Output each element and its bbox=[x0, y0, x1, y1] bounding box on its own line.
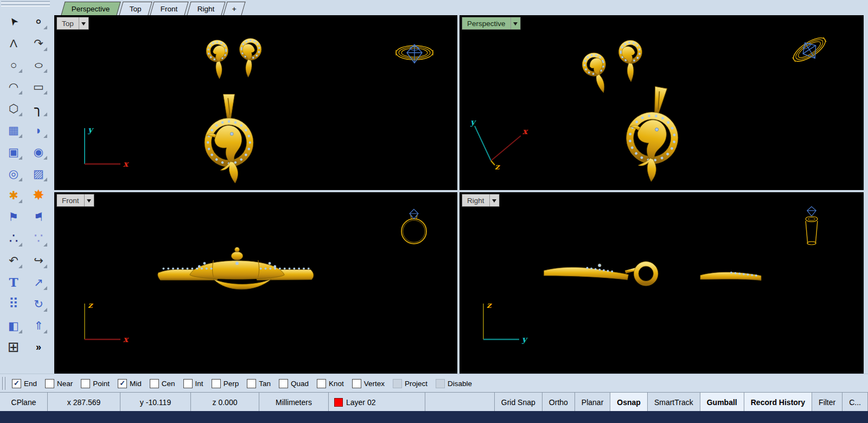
pendant-top-view[interactable] bbox=[193, 92, 265, 188]
ortho-toggle[interactable]: Ortho bbox=[542, 393, 575, 412]
ring-wireframe-top-view[interactable] bbox=[390, 38, 439, 70]
viewport-right[interactable]: Right z y bbox=[459, 192, 864, 374]
viewport-tabbar: Perspective Top Front Right + bbox=[54, 0, 246, 15]
blend-curve-icon[interactable]: ↪ bbox=[29, 251, 48, 269]
circle-icon[interactable]: ○ bbox=[4, 55, 23, 74]
viewport-menu-arrow-icon[interactable] bbox=[510, 17, 520, 29]
viewport-perspective[interactable]: Perspective y x z bbox=[459, 15, 864, 190]
viewport-front[interactable]: Front z x bbox=[54, 192, 457, 374]
osnap-grip[interactable] bbox=[2, 377, 5, 390]
cylinder-icon[interactable]: ◎ bbox=[4, 164, 23, 182]
jewelry-front-profile[interactable] bbox=[153, 242, 321, 298]
earring-left-top-view[interactable] bbox=[202, 37, 234, 84]
layer-button[interactable]: Layer 02 bbox=[329, 393, 425, 412]
units-button[interactable]: Millimeters bbox=[259, 393, 329, 412]
tab-right[interactable]: Right bbox=[187, 2, 225, 15]
solid-edit-icon[interactable]: ◧ bbox=[4, 316, 23, 334]
point-icon[interactable]: ∘ bbox=[29, 12, 48, 30]
axis-indicator-perspective: y x z bbox=[464, 114, 529, 171]
viewport-perspective-title[interactable]: Perspective bbox=[462, 17, 521, 30]
osnap-cen[interactable]: ✓Cen bbox=[150, 379, 175, 388]
toolbar-expand-button[interactable]: » bbox=[29, 338, 48, 356]
gumball-toggle[interactable]: Gumball bbox=[700, 393, 744, 412]
fillet-curve-icon[interactable]: ↶ bbox=[4, 251, 23, 269]
arc-icon[interactable]: ◠ bbox=[4, 77, 23, 96]
viewport-right-title[interactable]: Right bbox=[462, 194, 500, 207]
osnap-perp[interactable]: ✓Perp bbox=[212, 379, 239, 388]
planar-toggle[interactable]: Planar bbox=[575, 393, 610, 412]
points-light-icon[interactable]: ∵ bbox=[29, 229, 48, 248]
viewport-front-title[interactable]: Front bbox=[56, 194, 94, 207]
osnap-mid[interactable]: ✓Mid bbox=[118, 379, 142, 388]
tab-perspective[interactable]: Perspective bbox=[61, 2, 120, 15]
extrude-icon[interactable]: ⇑ bbox=[29, 316, 48, 334]
surface-grid-icon[interactable]: ▦ bbox=[4, 121, 23, 139]
viewport-top[interactable]: Top y x bbox=[54, 15, 457, 190]
earring-right-top-view[interactable] bbox=[233, 35, 266, 82]
check-icon: ✓ bbox=[151, 379, 157, 387]
clipped-pane[interactable]: C... bbox=[843, 393, 868, 412]
smarttrack-toggle[interactable]: SmartTrack bbox=[648, 393, 700, 412]
move-icon[interactable]: ↗ bbox=[29, 273, 48, 291]
trim-icon[interactable]: ⚑ bbox=[4, 207, 23, 226]
check-icon: ✓ bbox=[185, 379, 191, 387]
osnap-near[interactable]: ✓Near bbox=[45, 379, 73, 388]
check-icon: ✓ bbox=[248, 379, 254, 387]
tab-front[interactable]: Front bbox=[150, 2, 189, 15]
text-icon[interactable]: T bbox=[4, 273, 23, 291]
grid-toggle-icon[interactable]: ⊞ bbox=[4, 338, 23, 356]
viewport-menu-arrow-icon[interactable] bbox=[79, 17, 88, 29]
osnap-disable[interactable]: ✓Disable bbox=[436, 379, 472, 388]
osnap-end[interactable]: ✓End bbox=[12, 379, 37, 388]
rectangle-icon[interactable]: ▭ bbox=[29, 77, 48, 96]
ring-wireframe-front-view[interactable] bbox=[397, 206, 431, 248]
osnap-project[interactable]: ✓Project bbox=[393, 379, 427, 388]
osnap-quad[interactable]: ✓Quad bbox=[279, 379, 309, 388]
spheres-icon[interactable]: ◉ bbox=[29, 142, 48, 161]
viewport-menu-arrow-icon[interactable] bbox=[84, 194, 94, 206]
toolbar-grip[interactable] bbox=[0, 0, 54, 7]
polygon-icon[interactable]: ⬡ bbox=[4, 99, 23, 117]
explode-icon[interactable]: ✸ bbox=[29, 186, 48, 204]
ring-wireframe-right-view[interactable] bbox=[800, 204, 823, 248]
axis-indicator-right: z y bbox=[476, 298, 530, 350]
curved-surface-icon[interactable]: ◗ bbox=[29, 121, 48, 139]
osnap-toggle[interactable]: Osnap bbox=[610, 393, 648, 412]
check-icon: ✓ bbox=[437, 379, 443, 387]
tab-add-button[interactable]: + bbox=[224, 2, 246, 15]
array-icon[interactable]: ⠿ bbox=[4, 294, 23, 313]
box-icon[interactable]: ▣ bbox=[4, 142, 23, 161]
tab-top[interactable]: Top bbox=[119, 2, 152, 15]
ellipse-icon[interactable]: ○ bbox=[29, 55, 48, 74]
viewport-menu-arrow-icon[interactable] bbox=[489, 194, 499, 206]
polyline-icon[interactable]: Λ bbox=[4, 34, 23, 52]
osnap-point[interactable]: ✓Point bbox=[81, 379, 110, 388]
points-dark-icon[interactable]: ∴ bbox=[4, 229, 23, 248]
split-icon[interactable]: ⚑ bbox=[29, 207, 48, 226]
grid-snap-toggle[interactable]: Grid Snap bbox=[495, 393, 542, 412]
curve-corner-icon[interactable]: ╮ bbox=[29, 99, 48, 117]
rhino-window: ➤ ∘ Λ ↷ ○ ○ ◠ ▭ ⬡ ╮ ▦ ◗ ▣ ◉ ◎ ▨ ✱ ✸ ⚑ ⚑ … bbox=[0, 0, 868, 423]
mesh-surface-icon[interactable]: ▨ bbox=[29, 164, 48, 182]
control-point-curve-icon[interactable]: ↷ bbox=[29, 34, 48, 52]
filter-toggle[interactable]: Filter bbox=[812, 393, 843, 412]
axis-z-label: z bbox=[487, 300, 492, 310]
record-history-toggle[interactable]: Record History bbox=[744, 393, 812, 412]
osnap-tan[interactable]: ✓Tan bbox=[247, 379, 271, 388]
rotate-icon[interactable]: ↻ bbox=[29, 294, 48, 313]
pendant-side-profile[interactable] bbox=[540, 251, 684, 295]
boolean-union-icon[interactable]: ✱ bbox=[4, 186, 23, 204]
check-icon: ✓ bbox=[280, 379, 286, 387]
viewport-top-title[interactable]: Top bbox=[56, 17, 89, 30]
check-icon: ✓ bbox=[213, 379, 219, 387]
pendant-perspective[interactable] bbox=[607, 79, 699, 190]
osnap-int[interactable]: ✓Int bbox=[183, 379, 203, 388]
axis-y-label: y bbox=[87, 125, 94, 135]
osnap-knot[interactable]: ✓Knot bbox=[317, 379, 344, 388]
cplane-button[interactable]: CPlane bbox=[0, 393, 48, 412]
axis-z-label: z bbox=[88, 300, 93, 310]
osnap-vertex[interactable]: ✓Vertex bbox=[352, 379, 385, 388]
ring-wireframe-perspective[interactable] bbox=[781, 24, 840, 78]
earring-side-profile[interactable] bbox=[697, 264, 764, 285]
select-arrow-icon[interactable]: ➤ bbox=[4, 12, 23, 30]
